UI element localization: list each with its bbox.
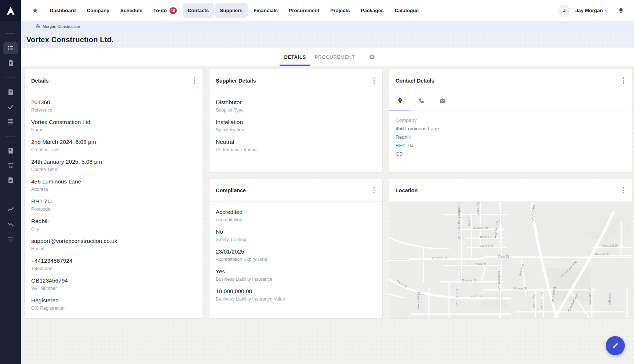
field-address: 456 Luminous LaneAddress bbox=[31, 178, 196, 193]
app-root: ★ Dashboard Company Schedule To-do10 Con… bbox=[0, 0, 634, 364]
street-label: A Ave bbox=[467, 217, 471, 226]
field-telephone: +441234567924Telephone bbox=[31, 257, 196, 272]
nav-item-financials[interactable]: Financials bbox=[248, 3, 283, 18]
sidebar-item-document[interactable] bbox=[7, 85, 14, 99]
page-title: Vortex Construction Ltd. bbox=[26, 36, 114, 44]
breadcrumb[interactable]: Morgan Construction bbox=[21, 21, 634, 32]
stack-lines-icon bbox=[7, 118, 14, 125]
location-card: Location bbox=[389, 179, 632, 318]
tab-details[interactable]: DETAILS bbox=[280, 48, 310, 66]
nav-item-schedule[interactable]: Schedule bbox=[115, 3, 147, 18]
street-label: Gum St bbox=[471, 294, 482, 298]
nav-item-dashboard[interactable]: Dashboard bbox=[45, 3, 81, 18]
details-card-menu-icon[interactable] bbox=[192, 76, 197, 85]
street-label: Adams St bbox=[473, 226, 488, 230]
location-card-title: Location bbox=[396, 188, 418, 193]
nav-item-packages[interactable]: Packages bbox=[356, 3, 389, 18]
sidebar-item-procurement-cart[interactable] bbox=[7, 158, 14, 173]
nav-item-projects[interactable]: Projects bbox=[325, 3, 355, 18]
location-card-menu-icon[interactable] bbox=[622, 186, 626, 195]
nav-label: Dashboard bbox=[50, 8, 76, 13]
nav-item-company[interactable]: Company bbox=[82, 3, 115, 18]
sidebar-item-orders-cart[interactable] bbox=[7, 232, 14, 246]
nav-label: To-do bbox=[153, 8, 167, 13]
sidebar-item-document-2[interactable] bbox=[7, 173, 14, 188]
nav-label: Schedule bbox=[120, 8, 142, 13]
field-accreditation: AccreditedAccreditation bbox=[216, 208, 376, 223]
tab-settings-gear-icon[interactable]: ⚙ bbox=[369, 54, 375, 61]
app-logo[interactable] bbox=[0, 0, 21, 21]
trend-down-icon bbox=[7, 221, 14, 228]
user-avatar[interactable]: J bbox=[558, 5, 570, 17]
company-bank-icon bbox=[35, 24, 40, 29]
sidebar-divider bbox=[6, 129, 15, 143]
contact-address-line: Redhill bbox=[396, 133, 626, 141]
field-name: Vortex Construction Ltd.Name bbox=[31, 118, 196, 133]
street-label: Pecan Ave bbox=[532, 205, 536, 221]
nav-label: Company bbox=[87, 8, 110, 13]
street-label: Davis St bbox=[478, 235, 491, 239]
nav-item-suppliers[interactable]: Suppliers bbox=[215, 3, 248, 18]
street-label: Byrd Ave bbox=[532, 294, 536, 308]
sidebar-item-tasks[interactable] bbox=[7, 99, 14, 114]
nav-item-procurement[interactable]: Procurement bbox=[284, 3, 324, 18]
shopping-cart-icon bbox=[7, 235, 14, 243]
favorite-star-icon[interactable]: ★ bbox=[32, 7, 38, 14]
nav-label: Packages bbox=[361, 8, 383, 13]
nav-item-todo[interactable]: To-do10 bbox=[148, 3, 182, 18]
contact-card-menu-icon[interactable] bbox=[622, 76, 626, 85]
trend-up-icon bbox=[7, 206, 14, 213]
nav-label: Suppliers bbox=[220, 8, 243, 13]
todo-count-badge: 10 bbox=[170, 7, 177, 14]
user-menu[interactable]: Jay Morgan bbox=[575, 8, 608, 13]
nav-label: Catalogue bbox=[395, 8, 419, 13]
contact-tab-phone[interactable] bbox=[411, 92, 432, 110]
left-sidebar bbox=[0, 0, 21, 364]
nav-label: Projects bbox=[330, 8, 350, 13]
phone-icon bbox=[418, 98, 425, 105]
field-performance-rating: NeutralPerformance Rating bbox=[216, 138, 376, 153]
pencil-icon bbox=[612, 342, 619, 349]
location-map[interactable]: Adams St Davis St Atkins St Rea St Benne… bbox=[389, 202, 632, 318]
mail-icon bbox=[439, 98, 446, 105]
sidebar-item-sales-trend[interactable] bbox=[7, 202, 14, 217]
supplier-details-card: Supplier Details DistributorSupplier Typ… bbox=[209, 69, 383, 172]
document-icon bbox=[7, 176, 14, 184]
street-label: Border St bbox=[462, 278, 477, 282]
sidebar-item-contacts-book[interactable] bbox=[7, 143, 14, 158]
street-label: Wilson St bbox=[513, 286, 527, 290]
field-reference: 261360Reference bbox=[31, 98, 196, 113]
page-tabs: DETAILS PROCUREMENT ⚙ bbox=[21, 48, 634, 66]
file-upload-icon bbox=[7, 59, 14, 66]
contact-tab-address[interactable] bbox=[389, 92, 411, 110]
nav-label: Financials bbox=[254, 8, 278, 13]
contact-details-card: Contact Details bbox=[389, 69, 632, 172]
field-email: support@vortexconstruction.co.ukE-mail bbox=[31, 237, 196, 252]
street-label: Carver A bbox=[477, 202, 481, 215]
nav-item-catalogue[interactable]: Catalogue bbox=[390, 3, 424, 18]
supplier-card-menu-icon[interactable] bbox=[372, 76, 376, 85]
sidebar-divider-dashed bbox=[6, 70, 15, 85]
field-vat-number: GB123456794VAT Number bbox=[31, 277, 196, 292]
sidebar-item-costs-trend[interactable] bbox=[7, 217, 14, 232]
tab-procurement[interactable]: PROCUREMENT bbox=[310, 48, 360, 66]
edit-fab-button[interactable] bbox=[606, 336, 625, 355]
breadcrumb-company: Morgan Construction bbox=[43, 24, 80, 29]
sidebar-item-file-upload[interactable] bbox=[7, 55, 14, 70]
contact-address-block: Company 456 Luminous Lane Redhill RH1 7I… bbox=[389, 110, 632, 164]
notifications-bell-icon[interactable] bbox=[617, 7, 624, 14]
sidebar-item-stack[interactable] bbox=[7, 114, 14, 129]
sidebar-item-list-active[interactable] bbox=[3, 41, 18, 55]
field-postcode: RH1 7IJPostcode bbox=[31, 197, 196, 212]
field-city: RedhillCity bbox=[31, 217, 196, 232]
street-label: Evergre bbox=[608, 293, 612, 305]
nav-item-contacts[interactable]: Contacts bbox=[183, 3, 214, 18]
street-label: in Luther King Junior Dr bbox=[458, 203, 462, 239]
details-card-title: Details bbox=[31, 78, 49, 84]
shopping-cart-icon bbox=[7, 162, 14, 169]
street-label: Barrier Ave bbox=[455, 289, 459, 306]
main-nav: Dashboard Company Schedule To-do10 Conta… bbox=[45, 0, 424, 21]
contact-tab-email[interactable] bbox=[432, 92, 453, 110]
document-icon bbox=[7, 88, 14, 96]
compliance-card-menu-icon[interactable] bbox=[372, 186, 376, 195]
